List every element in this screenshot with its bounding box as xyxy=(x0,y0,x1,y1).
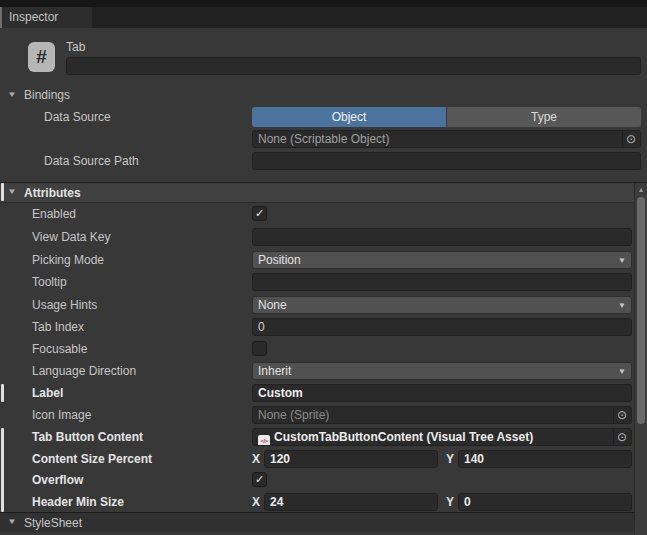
usage-hints-value: None xyxy=(258,298,287,312)
object-picker-icon[interactable]: ⊙ xyxy=(613,429,630,445)
tab-button-content-value: CustomTabButtonContent (Visual Tree Asse… xyxy=(274,430,533,444)
data-source-type-button[interactable]: Type xyxy=(446,107,641,127)
chevron-down-icon: ▼ xyxy=(618,301,626,311)
picker-glyph: ⊙ xyxy=(617,429,627,445)
tooltip-input[interactable] xyxy=(252,273,632,291)
usage-hints-dropdown[interactable]: None ▼ xyxy=(252,296,632,314)
foldout-arrow-icon: ▼ xyxy=(7,187,17,196)
hash-icon: # xyxy=(28,42,55,72)
x-axis-label: X xyxy=(252,493,261,511)
header-min-size-y-value: 0 xyxy=(464,495,471,509)
enabled-checkbox[interactable]: ✓ xyxy=(252,206,267,221)
scrollbar-thumb[interactable] xyxy=(637,197,645,424)
chevron-down-icon: ▼ xyxy=(618,256,626,266)
inspector-tab-label: Inspector xyxy=(9,10,58,24)
stylesheet-foldout[interactable]: ▼ StyleSheet xyxy=(0,512,647,532)
y-axis-label: Y xyxy=(446,493,455,511)
scroll-up-glyph: ▲ xyxy=(638,186,645,193)
foldout-arrow-icon: ▼ xyxy=(7,517,17,526)
check-icon: ✓ xyxy=(255,473,264,485)
tooltip-label: Tooltip xyxy=(32,273,67,291)
language-direction-label: Language Direction xyxy=(32,362,136,380)
picker-glyph: ⊙ xyxy=(626,131,636,147)
focusable-checkbox[interactable] xyxy=(252,341,267,356)
content-size-percent-y-value: 140 xyxy=(464,452,484,466)
visual-tree-asset-icon: </> xyxy=(258,435,270,446)
type-button-label: Type xyxy=(531,110,557,124)
language-direction-value: Inherit xyxy=(258,364,291,378)
object-picker-icon[interactable]: ⊙ xyxy=(622,131,639,147)
tab-index-label: Tab Index xyxy=(32,318,84,336)
x-axis-label: X xyxy=(252,450,261,468)
attributes-section-label: Attributes xyxy=(24,184,81,202)
data-source-object-button[interactable]: Object xyxy=(252,107,446,127)
tab-index-input[interactable]: 0 xyxy=(252,318,632,336)
bindings-foldout[interactable]: ▼ Bindings xyxy=(0,86,647,104)
object-button-label: Object xyxy=(332,110,367,124)
chevron-down-icon: ▼ xyxy=(618,367,626,377)
stylesheet-section-label: StyleSheet xyxy=(24,514,82,532)
focusable-label: Focusable xyxy=(32,340,87,358)
bindings-section-label: Bindings xyxy=(24,86,70,104)
tab-button-content-object-field[interactable]: </> CustomTabButtonContent (Visual Tree … xyxy=(252,428,632,446)
scroll-up-arrow-icon[interactable]: ▲ xyxy=(635,183,647,195)
vertical-scrollbar[interactable]: ▲ xyxy=(634,183,647,535)
label-value: Custom xyxy=(258,386,303,400)
content-size-percent-label: Content Size Percent xyxy=(32,450,152,468)
picking-mode-dropdown[interactable]: Position ▼ xyxy=(252,251,632,269)
object-picker-icon[interactable]: ⊙ xyxy=(613,407,630,423)
content-size-percent-x-value: 120 xyxy=(270,452,290,466)
content-size-percent-x-input[interactable]: 120 xyxy=(264,450,438,468)
tab-inspector[interactable]: Inspector xyxy=(0,7,92,28)
data-source-path-input[interactable] xyxy=(252,152,641,170)
icon-image-object-field[interactable]: None (Sprite) ⊙ xyxy=(252,406,632,424)
data-source-path-label: Data Source Path xyxy=(44,152,139,170)
content-size-percent-y-input[interactable]: 140 xyxy=(458,450,632,468)
view-data-key-label: View Data Key xyxy=(32,228,111,246)
hash-glyph: # xyxy=(36,46,47,68)
header-min-size-x-input[interactable]: 24 xyxy=(264,493,438,511)
tab-button-content-label: Tab Button Content xyxy=(32,428,143,446)
inspector-panel: Inspector # Tab ▼ Bindings Data Source O… xyxy=(0,0,647,535)
picker-glyph: ⊙ xyxy=(617,407,627,423)
overflow-checkbox[interactable]: ✓ xyxy=(252,472,267,487)
header-min-size-y-input[interactable]: 0 xyxy=(458,493,632,511)
header-min-size-x-value: 24 xyxy=(270,495,283,509)
y-axis-label: Y xyxy=(446,450,455,468)
icon-image-value: None (Sprite) xyxy=(258,408,329,422)
data-source-object-value: None (Scriptable Object) xyxy=(258,132,389,146)
window-tab-bar: Inspector xyxy=(0,0,647,28)
view-data-key-input[interactable] xyxy=(252,228,632,246)
picking-mode-value: Position xyxy=(258,253,301,267)
picking-mode-label: Picking Mode xyxy=(32,251,104,269)
element-type-label: Tab xyxy=(66,40,85,54)
attributes-foldout[interactable]: ▼ Attributes xyxy=(0,182,647,203)
label-label: Label xyxy=(32,384,63,402)
tab-index-value: 0 xyxy=(258,320,265,334)
usage-hints-label: Usage Hints xyxy=(32,296,97,314)
language-direction-dropdown[interactable]: Inherit ▼ xyxy=(252,362,632,380)
label-input[interactable]: Custom xyxy=(252,384,632,402)
check-icon: ✓ xyxy=(255,207,264,219)
content-size-percent-vector: X 120 Y 140 xyxy=(252,450,632,468)
data-source-object-field[interactable]: None (Scriptable Object) ⊙ xyxy=(252,130,641,148)
header-min-size-vector: X 24 Y 0 xyxy=(252,493,632,511)
uxml-glyph: </> xyxy=(260,433,267,446)
foldout-arrow-icon: ▼ xyxy=(7,90,17,99)
override-bar xyxy=(1,384,4,402)
element-name-input[interactable] xyxy=(66,57,641,75)
icon-image-label: Icon Image xyxy=(32,406,91,424)
override-bar xyxy=(1,183,4,201)
header-min-size-label: Header Min Size xyxy=(32,493,124,511)
data-source-label: Data Source xyxy=(44,107,111,127)
data-source-toggle: Object Type xyxy=(252,107,641,127)
override-bar xyxy=(1,428,4,512)
overflow-label: Overflow xyxy=(32,471,83,489)
enabled-label: Enabled xyxy=(32,205,76,223)
